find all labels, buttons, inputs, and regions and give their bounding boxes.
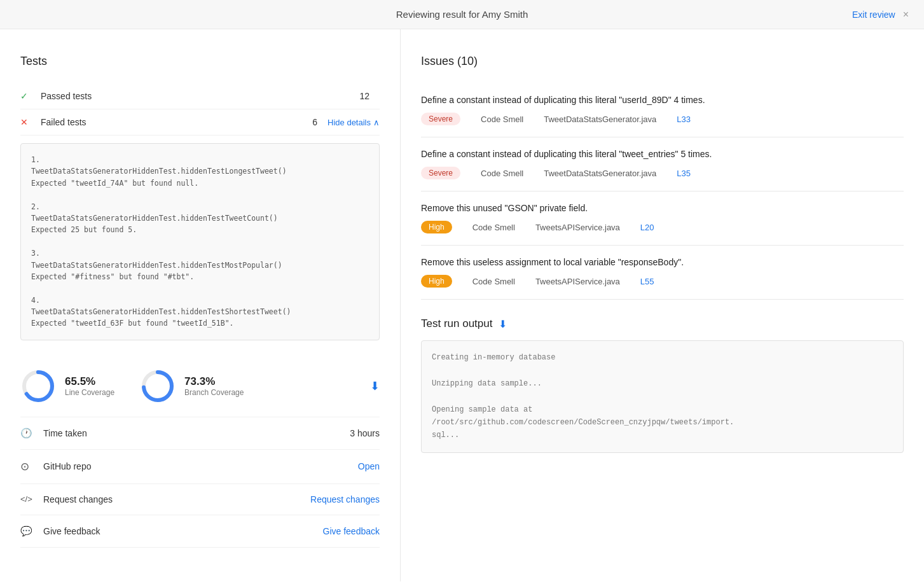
give-feedback-link[interactable]: Give feedback (323, 526, 380, 536)
branch-coverage-chart (140, 368, 176, 404)
test-run-output: Creating in-memory database Unzipping da… (421, 340, 904, 453)
failed-tests-code: 1. TweetDataStatsGeneratorHiddenTest.hid… (20, 143, 380, 340)
passed-tests-row: ✓ Passed tests 12 (20, 83, 380, 109)
github-repo-label: GitHub repo (43, 461, 358, 471)
issue-card-1: Define a constant instead of duplicating… (421, 137, 904, 191)
code-icon: </> (20, 494, 36, 504)
issue-badge-2: High (421, 221, 452, 233)
issues-list: Define a constant instead of duplicating… (421, 83, 904, 300)
fail-icon: ✕ (20, 117, 33, 127)
hide-details-button[interactable]: Hide details ∧ (328, 118, 380, 127)
line-coverage-pct: 65.5% (65, 375, 114, 388)
issue-card-3: Remove this useless assignment to local … (421, 246, 904, 300)
time-taken-row: 🕐 Time taken 3 hours (20, 417, 380, 450)
issue-type-0: Code Smell (481, 115, 523, 124)
issue-badge-0: Severe (421, 113, 460, 125)
pass-icon: ✓ (20, 91, 33, 101)
header-actions: Exit review × (852, 9, 909, 20)
coverage-download-icon[interactable]: ⬇ (370, 379, 380, 393)
branch-coverage-item: 73.3% Branch Coverage (140, 368, 244, 404)
passed-label: Passed tests (41, 91, 359, 101)
issue-line-0[interactable]: L33 (677, 115, 691, 124)
issue-badge-1: Severe (421, 167, 460, 179)
issue-description-0: Define a constant instead of duplicating… (421, 95, 904, 105)
coverage-section: 65.5% Line Coverage 73.3% Branch Coverag… (20, 356, 380, 417)
github-repo-row: ⊙ GitHub repo Open (20, 450, 380, 484)
request-changes-row: </> Request changes Request changes (20, 484, 380, 515)
left-panel: Tests ✓ Passed tests 12 ✕ Failed tests 6… (0, 29, 401, 581)
test-run-download-icon[interactable]: ⬇ (499, 318, 507, 330)
issue-description-3: Remove this useless assignment to local … (421, 257, 904, 267)
close-icon[interactable]: × (903, 9, 909, 20)
issue-description-2: Remove this unused "GSON" private field. (421, 203, 904, 213)
issue-file-2: TweetsAPIService.java (535, 223, 620, 232)
clock-icon: 🕐 (20, 428, 36, 439)
time-taken-value: 3 hours (350, 428, 380, 438)
tests-title: Tests (20, 55, 380, 68)
issue-type-3: Code Smell (472, 277, 515, 286)
issue-badge-3: High (421, 275, 452, 288)
issue-meta-0: Severe Code Smell TweetDataStatsGenerato… (421, 113, 904, 125)
issue-card-0: Define a constant instead of duplicating… (421, 83, 904, 137)
issue-file-0: TweetDataStatsGenerator.java (544, 115, 656, 124)
give-feedback-row: 💬 Give feedback Give feedback (20, 515, 380, 548)
issues-title: Issues (10) (421, 55, 904, 68)
github-icon: ⊙ (20, 460, 36, 473)
feedback-icon: 💬 (20, 525, 36, 537)
request-changes-label: Request changes (43, 494, 310, 504)
test-run-section: Test run output ⬇ Creating in-memory dat… (421, 317, 904, 453)
right-panel: Issues (10) Define a constant instead of… (401, 29, 924, 581)
line-coverage-item: 65.5% Line Coverage (20, 368, 114, 404)
issue-type-1: Code Smell (481, 169, 523, 178)
issue-file-3: TweetsAPIService.java (535, 277, 620, 286)
main-layout: Tests ✓ Passed tests 12 ✕ Failed tests 6… (0, 29, 924, 581)
test-run-title: Test run output (421, 317, 492, 330)
header-title: Reviewing result for Amy Smith (396, 9, 528, 20)
passed-count: 12 (359, 91, 369, 101)
give-feedback-label: Give feedback (43, 526, 323, 536)
github-repo-link[interactable]: Open (358, 461, 380, 471)
time-taken-label: Time taken (43, 428, 350, 438)
issue-meta-1: Severe Code Smell TweetDataStatsGenerato… (421, 167, 904, 179)
issue-meta-3: High Code Smell TweetsAPIService.java L5… (421, 275, 904, 288)
exit-review-link[interactable]: Exit review (852, 10, 895, 20)
branch-coverage-pct: 73.3% (184, 375, 244, 388)
line-coverage-label: Line Coverage (65, 388, 114, 397)
branch-coverage-label: Branch Coverage (184, 388, 244, 397)
issue-line-1[interactable]: L35 (677, 169, 691, 178)
issue-description-1: Define a constant instead of duplicating… (421, 149, 904, 159)
request-changes-link[interactable]: Request changes (310, 494, 380, 504)
failed-tests-row: ✕ Failed tests 6 Hide details ∧ (20, 109, 380, 136)
issue-line-2[interactable]: L20 (640, 223, 654, 232)
issue-card-2: Remove this unused "GSON" private field.… (421, 191, 904, 246)
header: Reviewing result for Amy Smith Exit revi… (0, 0, 924, 29)
line-coverage-chart (20, 368, 56, 404)
issue-meta-2: High Code Smell TweetsAPIService.java L2… (421, 221, 904, 233)
issue-file-1: TweetDataStatsGenerator.java (544, 169, 656, 178)
failed-count: 6 (312, 117, 317, 127)
issue-type-2: Code Smell (472, 223, 515, 232)
failed-label: Failed tests (41, 117, 312, 127)
issue-line-3[interactable]: L55 (640, 277, 654, 286)
